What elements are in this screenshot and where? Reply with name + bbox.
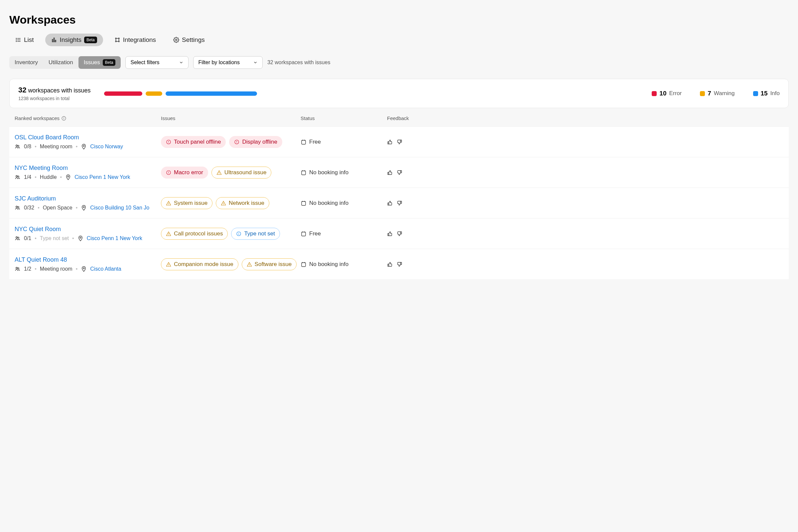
legend-error-count: 10 [659, 90, 666, 97]
gear-icon [173, 37, 179, 43]
status-label: No booking info [309, 169, 348, 176]
bar-error [104, 92, 142, 96]
issue-label: Software issue [255, 261, 292, 268]
alert-triangle-icon [166, 262, 171, 267]
subtab-utilization[interactable]: Utilization [43, 56, 78, 69]
select-filters-label: Select filters [130, 59, 159, 65]
workspace-type: Type not set [40, 235, 69, 241]
subtab-issues[interactable]: Issues Beta [78, 56, 121, 69]
info-icon[interactable] [61, 116, 66, 121]
thumbs-down-button[interactable] [396, 231, 402, 237]
table-row: SJC Auditorium0/32•Open Space•Cisco Buil… [9, 188, 789, 218]
separator-dot: • [76, 205, 78, 211]
thumbs-up-button[interactable] [387, 200, 393, 206]
thumbs-up-button[interactable] [387, 231, 393, 237]
workspace-link[interactable]: NYC Quiet Room [15, 226, 61, 232]
workspace-type: Meeting room [40, 144, 73, 150]
table-row: NYC Quiet Room0/1•Type not set•Cisco Pen… [9, 218, 789, 249]
thumbs-down-button[interactable] [396, 261, 402, 267]
location-icon [81, 266, 87, 272]
issue-pill-error[interactable]: Macro error [161, 167, 208, 178]
location-link[interactable]: Cisco Penn 1 New York [87, 235, 142, 241]
issue-pill-warning[interactable]: Ultrasound issue [211, 167, 272, 178]
thumbs-up-button[interactable] [387, 139, 393, 145]
workspace-link[interactable]: OSL Cloud Board Room [15, 134, 79, 141]
legend-warning: 7 Warning [700, 90, 735, 97]
info-icon [236, 231, 241, 236]
filter-locations-dropdown[interactable]: Filter by locations [193, 56, 263, 69]
issue-pill-warning[interactable]: System issue [161, 197, 212, 209]
issue-pill-warning[interactable]: Software issue [242, 258, 297, 270]
issue-pill-error[interactable]: Display offline [229, 136, 282, 148]
thumbs-down-button[interactable] [396, 139, 402, 145]
people-icon [15, 266, 21, 272]
legend-info-count: 15 [761, 90, 768, 97]
tab-insights[interactable]: Insights Beta [45, 34, 103, 46]
beta-badge: Beta [84, 37, 97, 43]
issue-label: Display offline [242, 139, 277, 145]
workspace-type: Open Space [43, 205, 73, 211]
feedback-controls [387, 231, 783, 237]
workspace-link[interactable]: SJC Auditorium [15, 195, 56, 202]
svg-point-10 [118, 38, 119, 39]
location-link[interactable]: Cisco Building 10 San Jo [90, 205, 149, 211]
issue-pill-warning[interactable]: Call protocol issues [161, 228, 228, 240]
thumbs-up-button[interactable] [387, 170, 393, 175]
svg-point-3 [16, 38, 17, 39]
issues-count-label: workspaces with issues [28, 87, 91, 94]
status-label: No booking info [309, 261, 348, 268]
alert-triangle-icon [221, 201, 226, 206]
list-icon [15, 37, 21, 43]
legend-error-swatch [652, 91, 657, 96]
location-link[interactable]: Cisco Norway [90, 144, 123, 150]
issue-pill-error[interactable]: Touch panel offline [161, 136, 226, 148]
status-label: Free [309, 139, 321, 145]
separator-dot: • [35, 144, 37, 150]
svg-rect-7 [54, 38, 54, 42]
alert-triangle-icon [166, 231, 171, 236]
table-row: NYC Meeting Room1/4•Huddle•Cisco Penn 1 … [9, 157, 789, 188]
workspace-meta: 0/32•Open Space•Cisco Building 10 San Jo [15, 205, 161, 211]
integrations-icon [114, 37, 120, 43]
issue-pills: Call protocol issuesType not set [161, 228, 301, 240]
table-header: Ranked workspaces Issues Status Feedback [9, 108, 789, 126]
svg-point-9 [115, 38, 116, 39]
bar-info [166, 92, 257, 96]
summary-inline: 32 workspaces with issues [267, 59, 330, 65]
location-link[interactable]: Cisco Penn 1 New York [75, 174, 130, 180]
tab-integrations[interactable]: Integrations [108, 34, 162, 46]
separator-dot: • [76, 144, 78, 150]
separator-dot: • [35, 174, 37, 180]
tab-label: Settings [182, 36, 205, 43]
occupancy: 1/2 [24, 266, 31, 272]
workspace-link[interactable]: NYC Meeting Room [15, 165, 68, 171]
table-row: OSL Cloud Board Room0/8•Meeting room•Cis… [9, 126, 789, 157]
issue-pill-warning[interactable]: Network issue [216, 197, 269, 209]
table-row: ALT Quiet Room 481/2•Meeting room•Cisco … [9, 249, 789, 279]
alert-triangle-icon [216, 170, 222, 175]
legend-info-label: Info [771, 90, 780, 97]
tab-list[interactable]: List [9, 34, 40, 46]
issue-pills: Companion mode issueSoftware issue [161, 258, 301, 270]
main-tabs: List Insights Beta Integrations Settings [9, 34, 789, 46]
legend-error-label: Error [669, 90, 682, 97]
separator-dot: • [35, 235, 37, 241]
total-workspaces: 1238 workspaces in total [18, 96, 91, 101]
tab-settings[interactable]: Settings [167, 34, 211, 46]
workspace-link[interactable]: ALT Quiet Room 48 [15, 256, 67, 263]
subtab-inventory[interactable]: Inventory [9, 56, 43, 69]
issue-pill-info[interactable]: Type not set [231, 228, 280, 240]
calendar-icon [301, 139, 307, 145]
thumbs-down-button[interactable] [396, 200, 402, 206]
workspace-meta: 1/2•Meeting room•Cisco Atlanta [15, 266, 161, 272]
issue-pill-warning[interactable]: Companion mode issue [161, 258, 239, 270]
issue-pills: Macro errorUltrasound issue [161, 167, 301, 178]
location-link[interactable]: Cisco Atlanta [90, 266, 121, 272]
svg-point-5 [16, 41, 17, 42]
location-icon [65, 174, 71, 180]
thumbs-down-button[interactable] [396, 170, 402, 175]
issue-pills: Touch panel offlineDisplay offline [161, 136, 301, 148]
thumbs-up-button[interactable] [387, 261, 393, 267]
insights-icon [51, 37, 57, 43]
select-filters-dropdown[interactable]: Select filters [125, 56, 189, 69]
